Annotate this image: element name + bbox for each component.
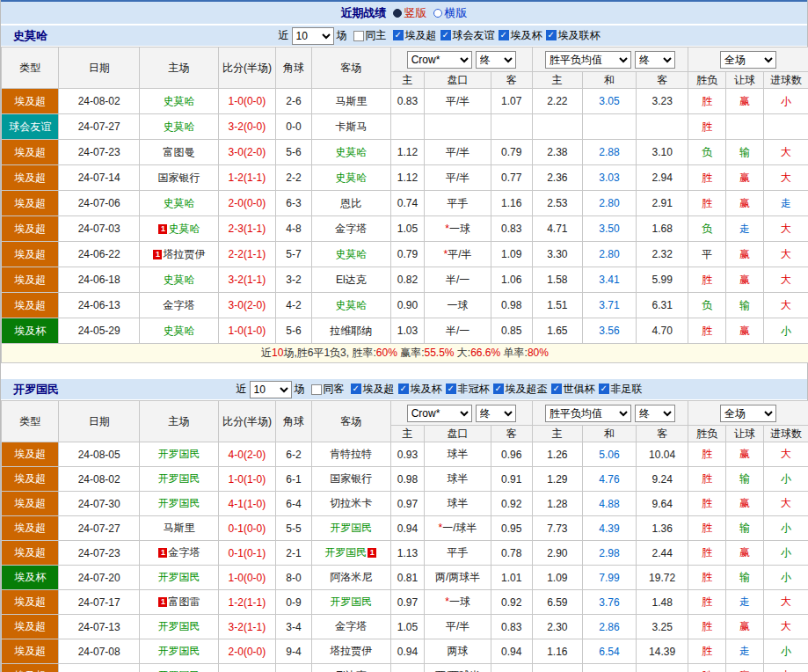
away-team-name[interactable]: 史莫哈 bbox=[335, 172, 367, 184]
europe-away-odds: 2.91 bbox=[637, 191, 688, 216]
match-row: 埃及超24-07-231金字塔0-1(0-1)2-1开罗国民11.13平手0.7… bbox=[2, 541, 808, 566]
header-home: 主场 bbox=[140, 401, 219, 442]
home-team-name[interactable]: 富图雷 bbox=[168, 595, 200, 608]
asia-away-odds: 0.91 bbox=[491, 467, 532, 492]
odds-stage-select[interactable]: 终 bbox=[476, 51, 516, 69]
home-cell: 史莫哈 bbox=[140, 114, 219, 140]
away-team-name[interactable]: 国家银行 bbox=[330, 472, 372, 485]
europe-mean-select[interactable]: 胜平负均值 bbox=[545, 405, 631, 422]
league-filter-checkbox[interactable]: 埃及杯 bbox=[398, 382, 442, 397]
league-filter-checkbox[interactable]: 球会友谊 bbox=[440, 28, 495, 43]
away-team-name[interactable]: 肯特拉特 bbox=[330, 448, 372, 460]
away-team-name[interactable]: 塔拉贾伊 bbox=[330, 645, 372, 657]
league-filter-checkbox[interactable]: 埃及超 bbox=[351, 382, 395, 397]
away-team-name[interactable]: 开罗国民 bbox=[330, 522, 372, 534]
away-team-name[interactable]: 开罗国民 bbox=[324, 546, 367, 559]
date-cell: 24-07-17 bbox=[59, 590, 140, 615]
league-filter-checkbox[interactable]: 非足联 bbox=[599, 382, 643, 397]
home-team-name[interactable]: 开罗国民 bbox=[157, 448, 200, 460]
scope-select[interactable]: 全场 bbox=[720, 405, 776, 422]
away-team-name[interactable]: 阿洛米尼 bbox=[330, 571, 372, 583]
result-cell: 胜 bbox=[688, 318, 726, 344]
away-team-name[interactable]: 史莫哈 bbox=[335, 248, 367, 260]
league-filter-checkbox[interactable]: 埃及联杯 bbox=[546, 28, 601, 43]
away-team-name[interactable]: 史莫哈 bbox=[335, 299, 367, 311]
asia-away-odds: 0.92 bbox=[491, 590, 532, 615]
match-count-select[interactable]: 10 bbox=[292, 27, 334, 45]
header-handicap: 盘口 bbox=[425, 426, 491, 442]
league-filter-checkbox[interactable]: 埃及超 bbox=[393, 28, 437, 43]
league-filter-checkbox[interactable]: 埃及杯 bbox=[499, 28, 542, 43]
away-team-name[interactable]: El达克 bbox=[336, 274, 367, 286]
header-league: 类型 bbox=[2, 47, 59, 89]
home-team-name[interactable]: 开罗国民 bbox=[157, 645, 200, 657]
home-cell: 开罗国民 bbox=[140, 664, 219, 672]
score-cell: 4-1(1-0) bbox=[218, 492, 275, 516]
home-team-name[interactable]: 开罗国民 bbox=[157, 497, 200, 509]
summary-text: 10 bbox=[272, 347, 283, 359]
scope-select[interactable]: 全场 bbox=[720, 51, 776, 69]
away-team-name[interactable]: 史莫哈 bbox=[335, 146, 367, 158]
match-row: 埃及超24-07-06史莫哈2-0(0-0)6-3恩比0.74平手1.162.5… bbox=[2, 191, 808, 216]
home-team-name[interactable]: 史莫哈 bbox=[163, 274, 194, 286]
layout-horizontal-radio[interactable]: 横版 bbox=[433, 5, 468, 21]
league-filter-label: 非冠杯 bbox=[458, 382, 490, 397]
layout-vertical-radio[interactable]: 竖版 bbox=[393, 5, 427, 21]
match-count-select[interactable]: 10 bbox=[250, 381, 292, 398]
away-team-name[interactable]: 恩比 bbox=[340, 197, 361, 209]
handicap-star: * bbox=[439, 522, 443, 534]
date-cell: 24-07-13 bbox=[59, 615, 140, 639]
europe-stage-select[interactable]: 终 bbox=[635, 405, 675, 422]
league-filter-label: 世俱杯 bbox=[564, 382, 595, 397]
league-filter-checkbox[interactable]: 埃及超盃 bbox=[493, 382, 548, 397]
home-team-name[interactable]: 史莫哈 bbox=[163, 197, 194, 209]
same-venue-checkbox[interactable]: 同主 bbox=[353, 28, 387, 43]
away-team-name[interactable]: 马斯里 bbox=[335, 95, 367, 107]
europe-home-odds: 2.36 bbox=[532, 165, 582, 191]
europe-away-odds: 5.99 bbox=[637, 267, 688, 293]
europe-draw-odds: 5.06 bbox=[582, 442, 636, 467]
same-venue-checkbox[interactable]: 同客 bbox=[311, 382, 345, 397]
home-team-name[interactable]: 开罗国民 bbox=[157, 571, 200, 583]
home-team-name[interactable]: 马斯里 bbox=[163, 522, 194, 534]
handicap-result-cell: 赢 bbox=[726, 165, 764, 191]
away-team-name[interactable]: 切拉米卡 bbox=[330, 497, 372, 509]
match-row: 埃及超24-08-02开罗国民1-0(1-0)6-1国家银行0.98球半0.91… bbox=[2, 467, 808, 492]
odds-company-select[interactable]: Crow* bbox=[407, 405, 472, 422]
europe-away-odds: 1.36 bbox=[637, 516, 688, 541]
away-team-name[interactable]: 金字塔 bbox=[335, 223, 367, 235]
home-team-name[interactable]: 塔拉贾伊 bbox=[163, 248, 205, 260]
corner-cell: 0-0 bbox=[276, 114, 312, 140]
away-team-name[interactable]: 拉维耶纳 bbox=[330, 325, 372, 337]
home-team-name[interactable]: 金字塔 bbox=[168, 546, 200, 559]
away-team-name[interactable]: 金字塔 bbox=[335, 620, 367, 632]
score-cell: 3-2(0-0) bbox=[218, 114, 275, 140]
away-team-name[interactable]: 开罗国民 bbox=[330, 595, 372, 608]
summary-text: 大: bbox=[455, 347, 471, 359]
odds-stage-select[interactable]: 终 bbox=[476, 405, 516, 422]
score-cell: 0-1(0-1) bbox=[218, 541, 275, 566]
home-team-name[interactable]: 史莫哈 bbox=[168, 223, 200, 235]
odds-company-select[interactable]: Crow* bbox=[407, 51, 472, 69]
home-team-name[interactable]: 开罗国民 bbox=[157, 620, 200, 632]
home-team-name[interactable]: 金字塔 bbox=[163, 299, 194, 311]
away-team-name[interactable]: 卡斯马 bbox=[335, 121, 367, 133]
europe-draw-odds: 7.99 bbox=[582, 566, 636, 590]
handicap-cell: 两球 bbox=[425, 639, 491, 664]
europe-mean-select[interactable]: 胜平负均值 bbox=[545, 51, 631, 69]
europe-stage-select[interactable]: 终 bbox=[635, 51, 675, 69]
home-team-name[interactable]: 富图曼 bbox=[163, 146, 194, 158]
near-label: 近 bbox=[237, 382, 247, 397]
home-team-name[interactable]: 史莫哈 bbox=[163, 121, 194, 133]
europe-away-odds: 2.44 bbox=[637, 541, 688, 566]
home-team-name[interactable]: 开罗国民 bbox=[157, 472, 200, 485]
corner-cell: 6-2 bbox=[276, 442, 312, 467]
league-filter-checkbox[interactable]: 非冠杯 bbox=[446, 382, 490, 397]
match-row: 埃及超24-07-30开罗国民4-1(1-0)6-4切拉米卡0.97球半0.92… bbox=[2, 492, 808, 516]
match-row: 埃及超24-06-18史莫哈3-2(1-1)3-2El达克0.82半/一1.06… bbox=[2, 267, 808, 293]
home-team-name[interactable]: 史莫哈 bbox=[163, 325, 194, 337]
home-team-name[interactable]: 史莫哈 bbox=[163, 95, 194, 107]
home-team-name[interactable]: 国家银行 bbox=[157, 172, 200, 184]
corner-cell: 3-4 bbox=[276, 615, 312, 639]
league-filter-checkbox[interactable]: 世俱杯 bbox=[551, 382, 595, 397]
